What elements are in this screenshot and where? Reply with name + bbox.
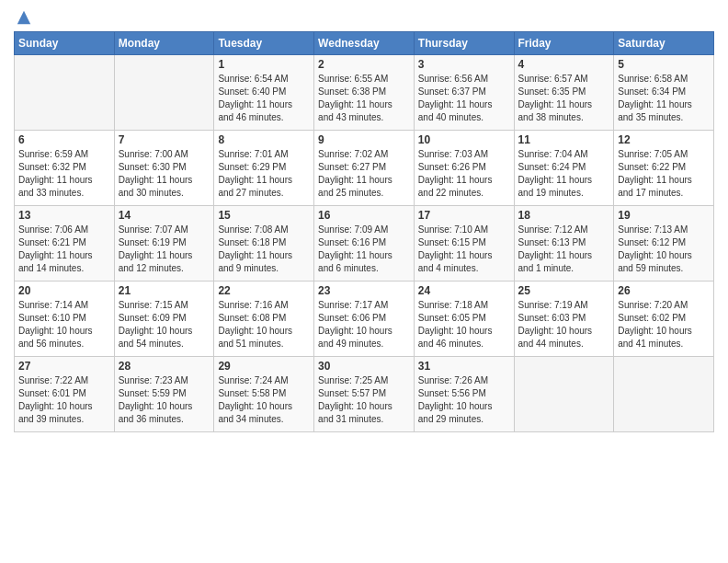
page: SundayMondayTuesdayWednesdayThursdayFrid… [0, 0, 728, 563]
calendar-cell: 2 Sunrise: 6:55 AMSunset: 6:38 PMDayligh… [314, 55, 415, 131]
cell-info: Sunrise: 7:17 AMSunset: 6:06 PMDaylight:… [318, 300, 392, 349]
cell-info: Sunrise: 7:04 AMSunset: 6:24 PMDaylight:… [518, 149, 593, 198]
header-day: Wednesday [314, 32, 415, 55]
day-number: 9 [318, 133, 410, 146]
calendar-cell: 12 Sunrise: 7:05 AMSunset: 6:22 PMDaylig… [614, 131, 714, 206]
cell-info: Sunrise: 7:20 AMSunset: 6:02 PMDaylight:… [618, 300, 692, 349]
calendar-cell: 5 Sunrise: 6:58 AMSunset: 6:34 PMDayligh… [614, 55, 714, 131]
day-number: 23 [318, 284, 410, 297]
day-number: 17 [418, 209, 510, 222]
day-number: 6 [18, 133, 110, 146]
cell-info: Sunrise: 7:02 AMSunset: 6:27 PMDaylight:… [318, 149, 392, 198]
calendar-cell: 30 Sunrise: 7:25 AMSunset: 5:57 PMDaylig… [314, 357, 415, 432]
calendar-cell: 24 Sunrise: 7:18 AMSunset: 6:05 PMDaylig… [414, 282, 514, 357]
calendar-cell: 16 Sunrise: 7:09 AMSunset: 6:16 PMDaylig… [314, 206, 415, 282]
cell-info: Sunrise: 6:57 AMSunset: 6:35 PMDaylight:… [518, 74, 593, 122]
cell-info: Sunrise: 7:15 AMSunset: 6:09 PMDaylight:… [119, 300, 193, 349]
day-number: 10 [418, 133, 510, 146]
calendar-cell: 6 Sunrise: 6:59 AMSunset: 6:32 PMDayligh… [15, 131, 115, 206]
header [14, 9, 714, 26]
calendar-cell [15, 55, 115, 131]
cell-info: Sunrise: 7:19 AMSunset: 6:03 PMDaylight:… [518, 300, 593, 349]
cell-info: Sunrise: 7:12 AMSunset: 6:13 PMDaylight:… [518, 224, 593, 273]
calendar-cell: 8 Sunrise: 7:01 AMSunset: 6:29 PMDayligh… [214, 131, 314, 206]
calendar-cell: 20 Sunrise: 7:14 AMSunset: 6:10 PMDaylig… [15, 282, 115, 357]
svg-marker-0 [17, 11, 30, 24]
day-number: 28 [119, 360, 210, 373]
day-number: 13 [18, 209, 110, 222]
header-day: Tuesday [214, 32, 314, 55]
calendar-week: 20 Sunrise: 7:14 AMSunset: 6:10 PMDaylig… [15, 282, 714, 357]
day-number: 24 [418, 284, 510, 297]
header-day: Saturday [614, 32, 714, 55]
day-number: 21 [119, 284, 210, 297]
calendar-cell: 22 Sunrise: 7:16 AMSunset: 6:08 PMDaylig… [214, 282, 314, 357]
cell-info: Sunrise: 7:18 AMSunset: 6:05 PMDaylight:… [418, 300, 493, 349]
day-number: 30 [318, 360, 410, 373]
cell-info: Sunrise: 7:09 AMSunset: 6:16 PMDaylight:… [318, 224, 392, 273]
calendar-cell: 29 Sunrise: 7:24 AMSunset: 5:58 PMDaylig… [214, 357, 314, 432]
day-number: 22 [218, 284, 310, 297]
day-number: 2 [318, 58, 410, 71]
cell-info: Sunrise: 7:13 AMSunset: 6:12 PMDaylight:… [618, 224, 692, 273]
day-number: 31 [418, 360, 510, 373]
cell-info: Sunrise: 6:55 AMSunset: 6:38 PMDaylight:… [318, 74, 392, 122]
day-number: 3 [418, 58, 510, 71]
cell-info: Sunrise: 6:59 AMSunset: 6:32 PMDaylight:… [18, 149, 93, 198]
day-number: 14 [119, 209, 210, 222]
day-number: 8 [218, 133, 310, 146]
day-number: 1 [218, 58, 310, 71]
cell-info: Sunrise: 7:24 AMSunset: 5:58 PMDaylight:… [218, 375, 292, 424]
calendar-cell: 28 Sunrise: 7:23 AMSunset: 5:59 PMDaylig… [114, 357, 214, 432]
cell-info: Sunrise: 7:08 AMSunset: 6:18 PMDaylight:… [218, 224, 292, 273]
cell-info: Sunrise: 7:25 AMSunset: 5:57 PMDaylight:… [318, 375, 392, 424]
day-number: 12 [618, 133, 710, 146]
day-number: 16 [318, 209, 410, 222]
cell-info: Sunrise: 7:22 AMSunset: 6:01 PMDaylight:… [18, 375, 93, 424]
calendar-cell: 18 Sunrise: 7:12 AMSunset: 6:13 PMDaylig… [514, 206, 614, 282]
cell-info: Sunrise: 7:23 AMSunset: 5:59 PMDaylight:… [119, 375, 193, 424]
header-day: Friday [514, 32, 614, 55]
calendar-cell: 19 Sunrise: 7:13 AMSunset: 6:12 PMDaylig… [614, 206, 714, 282]
cell-info: Sunrise: 6:54 AMSunset: 6:40 PMDaylight:… [218, 74, 292, 122]
calendar-cell: 15 Sunrise: 7:08 AMSunset: 6:18 PMDaylig… [214, 206, 314, 282]
calendar-cell: 23 Sunrise: 7:17 AMSunset: 6:06 PMDaylig… [314, 282, 415, 357]
calendar-cell: 7 Sunrise: 7:00 AMSunset: 6:30 PMDayligh… [114, 131, 214, 206]
cell-info: Sunrise: 6:56 AMSunset: 6:37 PMDaylight:… [418, 74, 493, 122]
calendar-week: 1 Sunrise: 6:54 AMSunset: 6:40 PMDayligh… [15, 55, 714, 131]
day-number: 18 [518, 209, 610, 222]
calendar-cell: 4 Sunrise: 6:57 AMSunset: 6:35 PMDayligh… [514, 55, 614, 131]
cell-info: Sunrise: 7:01 AMSunset: 6:29 PMDaylight:… [218, 149, 292, 198]
day-number: 5 [618, 58, 710, 71]
day-number: 26 [618, 284, 710, 297]
calendar-cell: 11 Sunrise: 7:04 AMSunset: 6:24 PMDaylig… [514, 131, 614, 206]
cell-info: Sunrise: 7:06 AMSunset: 6:21 PMDaylight:… [18, 224, 93, 273]
header-day: Thursday [414, 32, 514, 55]
day-number: 11 [518, 133, 610, 146]
calendar-table: SundayMondayTuesdayWednesdayThursdayFrid… [14, 31, 714, 432]
day-number: 29 [218, 360, 310, 373]
calendar-cell: 17 Sunrise: 7:10 AMSunset: 6:15 PMDaylig… [414, 206, 514, 282]
calendar-cell: 10 Sunrise: 7:03 AMSunset: 6:26 PMDaylig… [414, 131, 514, 206]
calendar-cell: 1 Sunrise: 6:54 AMSunset: 6:40 PMDayligh… [214, 55, 314, 131]
calendar-cell [614, 357, 714, 432]
day-number: 7 [119, 133, 210, 146]
calendar-week: 13 Sunrise: 7:06 AMSunset: 6:21 PMDaylig… [15, 206, 714, 282]
cell-info: Sunrise: 7:03 AMSunset: 6:26 PMDaylight:… [418, 149, 493, 198]
cell-info: Sunrise: 6:58 AMSunset: 6:34 PMDaylight:… [618, 74, 692, 122]
cell-info: Sunrise: 7:05 AMSunset: 6:22 PMDaylight:… [618, 149, 692, 198]
cell-info: Sunrise: 7:16 AMSunset: 6:08 PMDaylight:… [218, 300, 292, 349]
day-number: 15 [218, 209, 310, 222]
calendar-cell: 26 Sunrise: 7:20 AMSunset: 6:02 PMDaylig… [614, 282, 714, 357]
calendar-cell: 25 Sunrise: 7:19 AMSunset: 6:03 PMDaylig… [514, 282, 614, 357]
calendar-cell: 21 Sunrise: 7:15 AMSunset: 6:09 PMDaylig… [114, 282, 214, 357]
logo-icon [16, 9, 32, 26]
cell-info: Sunrise: 7:10 AMSunset: 6:15 PMDaylight:… [418, 224, 493, 273]
cell-info: Sunrise: 7:00 AMSunset: 6:30 PMDaylight:… [119, 149, 193, 198]
day-number: 4 [518, 58, 610, 71]
day-number: 25 [518, 284, 610, 297]
calendar-cell: 3 Sunrise: 6:56 AMSunset: 6:37 PMDayligh… [414, 55, 514, 131]
day-number: 19 [618, 209, 710, 222]
cell-info: Sunrise: 7:07 AMSunset: 6:19 PMDaylight:… [119, 224, 193, 273]
calendar-cell [514, 357, 614, 432]
